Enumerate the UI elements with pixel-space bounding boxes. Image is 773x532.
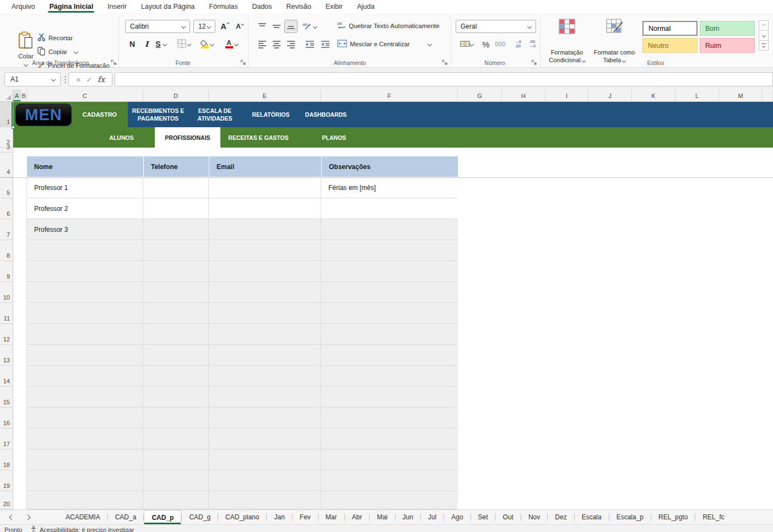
- column-header-I[interactable]: I: [545, 90, 588, 101]
- clipboard-dialog-launcher-icon[interactable]: [111, 59, 117, 66]
- table-cell-r15c4[interactable]: [321, 470, 457, 491]
- row-header-4[interactable]: 4: [0, 153, 13, 177]
- table-cell-r10c3[interactable]: [208, 366, 321, 386]
- table-cell-r4c1[interactable]: [26, 240, 143, 260]
- table-cell-r15c2[interactable]: [143, 470, 208, 491]
- menu-item-pagina-inicial[interactable]: Página Inicial: [42, 0, 100, 13]
- table-cell-r16c1[interactable]: [26, 491, 143, 509]
- paste-button[interactable]: Colar: [13, 30, 39, 73]
- column-header-F[interactable]: F: [321, 90, 458, 101]
- table-cell-r8c4[interactable]: [321, 324, 457, 344]
- table-cell-r11c1[interactable]: [26, 387, 143, 407]
- sheet-tab-cad-g[interactable]: CAD_g: [182, 510, 218, 524]
- next-sheet-icon[interactable]: [25, 514, 31, 520]
- increase-indent-button[interactable]: [318, 37, 332, 51]
- table-cell-r3c2[interactable]: [143, 219, 208, 240]
- table-cell-r3c4[interactable]: [321, 219, 457, 240]
- column-header-M[interactable]: M: [719, 90, 763, 101]
- menu-item-inserir[interactable]: Inserir: [100, 0, 134, 13]
- table-cell-r4c2[interactable]: [143, 240, 208, 260]
- row-header-19[interactable]: 19: [0, 470, 13, 491]
- sheet-tab-set[interactable]: Set: [471, 510, 495, 524]
- table-cell-r1c1[interactable]: Professor 1: [26, 177, 143, 198]
- sub-tab-receitas-e-gastos[interactable]: RECEITAS E GASTOS: [220, 127, 296, 148]
- sheet-tab-cad-plano[interactable]: CAD_plano: [218, 510, 266, 524]
- main-tab-relatorios[interactable]: RELATÓRIOS: [241, 102, 300, 127]
- row-header-15[interactable]: 15: [0, 387, 13, 408]
- gallery-scroll-up-button[interactable]: [759, 20, 769, 31]
- row-header-13[interactable]: 13: [0, 345, 13, 366]
- menu-item-layout-da-pagina[interactable]: Layout da Página: [134, 0, 202, 13]
- sheet-tab-academia[interactable]: ACADEMIA: [58, 510, 107, 524]
- align-top-button[interactable]: [256, 20, 269, 33]
- cut-button[interactable]: Recortar: [37, 33, 73, 42]
- merge-center-button[interactable]: Mesclar e Centralizar: [337, 40, 431, 48]
- fill-color-button[interactable]: [201, 37, 214, 51]
- main-tab-dashboards[interactable]: DASHBOARDS: [300, 102, 352, 127]
- table-cell-r11c4[interactable]: [321, 387, 457, 407]
- row-header-9[interactable]: 9: [0, 261, 13, 282]
- table-cell-r12c3[interactable]: [208, 408, 321, 428]
- menu-logo-button[interactable]: MEN: [15, 104, 72, 126]
- table-cell-r5c2[interactable]: [143, 261, 208, 281]
- sheet-tab-ago[interactable]: Ago: [444, 510, 470, 524]
- column-header-E[interactable]: E: [209, 90, 321, 101]
- borders-button[interactable]: [177, 37, 191, 51]
- table-cell-r8c2[interactable]: [143, 324, 208, 344]
- formula-input[interactable]: [115, 72, 773, 86]
- table-cell-r2c3[interactable]: [208, 198, 321, 219]
- sheet-tab-mai[interactable]: Mai: [370, 510, 394, 524]
- sheet-tab-nov[interactable]: Nov: [521, 510, 547, 524]
- table-cell-r1c2[interactable]: [143, 177, 208, 198]
- main-tab-recebimentos-e-pagamentos[interactable]: RECEBIMENTOS E PAGAMENTOS: [128, 102, 188, 127]
- table-cell-r14c4[interactable]: [321, 449, 457, 470]
- table-cell-r10c4[interactable]: [321, 366, 457, 386]
- row-header-3[interactable]: 3: [0, 148, 13, 153]
- italic-button[interactable]: I: [140, 37, 153, 51]
- table-cell-r2c4[interactable]: [321, 198, 457, 219]
- table-cell-r16c2[interactable]: [143, 491, 208, 509]
- sub-tab-planos[interactable]: PLANOS: [296, 127, 372, 148]
- cancel-icon[interactable]: ×: [76, 75, 81, 84]
- row-header-10[interactable]: 10: [0, 282, 13, 303]
- menu-item-arquivo[interactable]: Arquivo: [4, 0, 42, 13]
- decrease-font-size-button[interactable]: A: [233, 20, 246, 33]
- comma-style-button[interactable]: 000: [493, 37, 508, 51]
- table-cell-r12c2[interactable]: [143, 408, 208, 428]
- table-cell-r14c1[interactable]: [26, 449, 143, 470]
- cell-style-bom[interactable]: Bom: [700, 21, 755, 36]
- row-header-8[interactable]: 8: [0, 240, 13, 261]
- table-cell-r10c1[interactable]: [26, 366, 143, 386]
- table-cell-r14c2[interactable]: [143, 449, 208, 470]
- font-dialog-launcher-icon[interactable]: [240, 59, 247, 66]
- increase-font-size-button[interactable]: A: [218, 20, 231, 33]
- table-cell-r8c1[interactable]: [26, 324, 143, 344]
- table-cell-r9c4[interactable]: [321, 345, 457, 365]
- table-cell-r9c1[interactable]: [26, 345, 143, 365]
- column-header-K[interactable]: K: [632, 90, 675, 101]
- row-header-12[interactable]: 12: [0, 324, 13, 345]
- main-tab-cadastro[interactable]: CADASTRO: [72, 102, 128, 127]
- table-cell-r14c3[interactable]: [208, 449, 321, 470]
- column-header-G[interactable]: G: [458, 90, 502, 101]
- cell-style-normal[interactable]: Normal: [642, 21, 698, 36]
- enter-icon[interactable]: ✓: [86, 76, 92, 83]
- sheet-tab-abr[interactable]: Abr: [345, 510, 370, 524]
- table-cell-r6c1[interactable]: [26, 282, 143, 302]
- previous-sheet-icon[interactable]: [9, 514, 15, 520]
- align-right-button[interactable]: [284, 37, 298, 51]
- sheet-tab-jun[interactable]: Jun: [396, 510, 420, 524]
- table-cell-r7c3[interactable]: [208, 303, 321, 323]
- format-as-table-button[interactable]: [598, 19, 631, 35]
- decrease-decimal-button[interactable]: ,00→0: [526, 37, 539, 51]
- table-cell-r6c4[interactable]: [321, 282, 457, 302]
- table-cell-r16c3[interactable]: [208, 491, 321, 509]
- column-header-H[interactable]: H: [502, 90, 545, 101]
- table-cell-r7c4[interactable]: [321, 303, 457, 323]
- table-cell-r8c3[interactable]: [208, 324, 321, 344]
- gallery-more-button[interactable]: [759, 40, 769, 51]
- table-cell-r13c2[interactable]: [143, 428, 208, 449]
- table-cell-r13c1[interactable]: [26, 428, 143, 449]
- table-cell-r12c1[interactable]: [26, 408, 143, 428]
- row-header-20[interactable]: 20: [0, 491, 13, 509]
